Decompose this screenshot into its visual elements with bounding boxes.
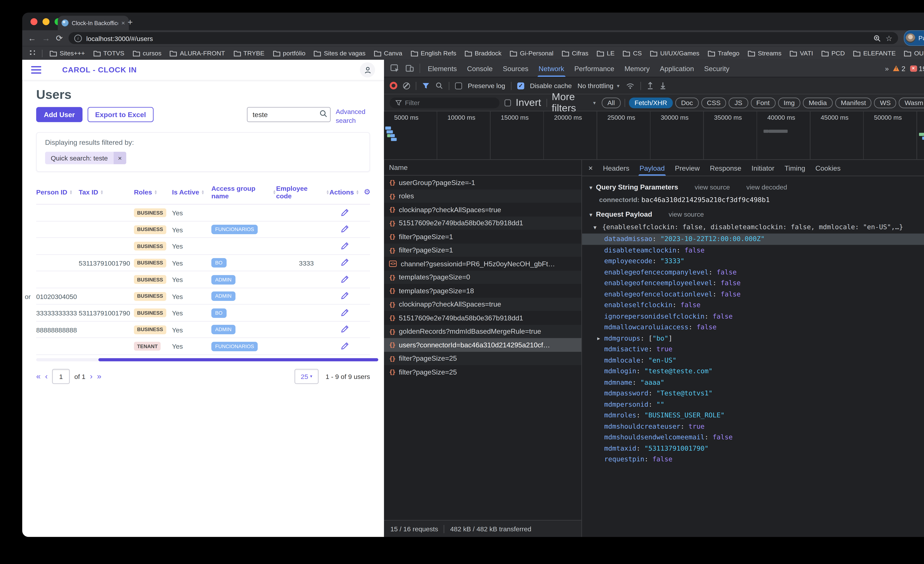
tab-close-icon[interactable]: × bbox=[122, 19, 125, 26]
table-row[interactable]: BUSINESSYes bbox=[36, 238, 370, 255]
browser-tab[interactable]: Clock-In Backoffice | Dashbo × bbox=[58, 16, 129, 30]
account-button[interactable] bbox=[360, 62, 375, 77]
payload-entry[interactable]: enablegeofenceemployeelevel: false bbox=[582, 278, 924, 289]
request-type-chip-wasm[interactable]: Wasm bbox=[899, 97, 924, 108]
export-excel-button[interactable]: Export to Excel bbox=[88, 107, 154, 122]
search-input[interactable] bbox=[247, 107, 331, 122]
payload-entry[interactable]: mdmpassword: "Teste@totvs1" bbox=[582, 388, 924, 399]
next-page-button[interactable]: › bbox=[90, 372, 92, 380]
filter-chip-close-icon[interactable]: × bbox=[114, 152, 126, 165]
table-settings-gear-icon[interactable]: ⚙ bbox=[364, 188, 370, 196]
filter-funnel-icon[interactable] bbox=[422, 82, 430, 89]
bookmark-item[interactable]: TOTVS bbox=[93, 50, 124, 57]
request-row[interactable]: {}filter?pageSize=1 bbox=[384, 230, 581, 243]
collapse-icon[interactable]: ▼ bbox=[588, 185, 593, 191]
request-type-chip-css[interactable]: CSS bbox=[701, 97, 726, 108]
edit-pencil-icon[interactable] bbox=[329, 308, 349, 316]
new-tab-button[interactable]: + bbox=[128, 18, 133, 26]
table-row[interactable]: or01020304050BUSINESSYesADMIN bbox=[36, 288, 370, 305]
minimize-window-button[interactable] bbox=[42, 18, 50, 25]
bookmark-item[interactable]: portfólio bbox=[273, 50, 306, 57]
request-row[interactable]: {}51517609e2e749bda58b0e367b918dd1 bbox=[384, 216, 581, 230]
network-overview-timeline[interactable]: 5000 ms10000 ms15000 ms20000 ms25000 ms3… bbox=[384, 111, 924, 160]
invert-checkbox[interactable] bbox=[505, 99, 511, 106]
request-row[interactable]: {}roles bbox=[384, 189, 581, 203]
detail-tab-initiator[interactable]: Initiator bbox=[746, 160, 780, 176]
bookmark-item[interactable]: Trafego bbox=[708, 50, 740, 57]
bookmark-item[interactable]: English Refs bbox=[411, 50, 456, 57]
request-type-chip-manifest[interactable]: Manifest bbox=[835, 97, 872, 108]
payload-entry[interactable]: enableselfclockin: false bbox=[582, 299, 924, 311]
detail-tab-headers[interactable]: Headers bbox=[598, 160, 634, 176]
address-bar[interactable]: i localhost:3000/#/users ☆ bbox=[69, 32, 898, 44]
back-icon[interactable]: ← bbox=[28, 34, 36, 42]
export-har-icon[interactable] bbox=[660, 82, 667, 90]
bookmark-item[interactable]: Gi-Personal bbox=[510, 50, 553, 57]
page-size-select[interactable]: 25 ▾ bbox=[294, 369, 319, 384]
first-page-button[interactable]: « bbox=[36, 372, 40, 380]
site-info-icon[interactable]: i bbox=[74, 34, 82, 42]
advanced-search-link[interactable]: Advanced search bbox=[336, 107, 370, 125]
view-decoded-link[interactable]: view decoded bbox=[746, 183, 787, 191]
warnings-indicator[interactable]: 2 bbox=[893, 64, 905, 72]
disable-cache-checkbox[interactable]: ✓ bbox=[517, 82, 524, 89]
edit-pencil-icon[interactable] bbox=[329, 341, 349, 350]
request-row[interactable]: {}userGroup?pageSize=-1 bbox=[384, 176, 581, 189]
bookmark-item[interactable]: VATI bbox=[790, 50, 813, 57]
request-row[interactable]: {}templates?pageSize=18 bbox=[384, 284, 581, 297]
column-header-actions[interactable]: Actions▲▼ bbox=[329, 188, 363, 196]
payload-entry[interactable]: disableteamclockin: false bbox=[582, 244, 924, 256]
table-row[interactable]: BUSINESSYes bbox=[36, 205, 370, 221]
record-network-log-icon[interactable] bbox=[390, 82, 398, 90]
search-icon[interactable] bbox=[320, 109, 328, 118]
request-type-chip-img[interactable]: Img bbox=[778, 97, 800, 108]
bookmark-item[interactable]: cursos bbox=[133, 50, 162, 57]
table-row[interactable]: 88888888888BUSINESSYesADMIN bbox=[36, 322, 370, 338]
payload-entry[interactable]: ▶mdmgroups: ["bo"] bbox=[582, 333, 924, 344]
horizontal-scrollbar-thumb[interactable] bbox=[98, 358, 378, 361]
column-header-tax-id[interactable]: Tax ID▲▼ bbox=[79, 188, 134, 196]
reload-icon[interactable]: ⟳ bbox=[56, 34, 63, 42]
add-user-button[interactable]: Add User bbox=[36, 107, 82, 122]
inspect-element-icon[interactable] bbox=[387, 60, 402, 77]
table-row[interactable]: TENANTYesFUNCIONARIOS bbox=[36, 338, 370, 355]
table-row[interactable]: 3333333333353113791001790BUSINESSYesBO bbox=[36, 305, 370, 322]
request-type-chip-font[interactable]: Font bbox=[751, 97, 776, 108]
bookmark-item[interactable]: Sites de vagas bbox=[314, 50, 365, 57]
more-panels-icon[interactable]: » bbox=[885, 64, 889, 72]
payload-entry[interactable]: mdmname: "aaaa" bbox=[582, 377, 924, 388]
payload-entry[interactable]: ignorepersonidselfclockin: false bbox=[582, 311, 924, 322]
devtools-tab-console[interactable]: Console bbox=[462, 60, 498, 77]
clear-network-log-icon[interactable] bbox=[403, 82, 410, 89]
profile-paused-badge[interactable]: Paused bbox=[904, 30, 924, 46]
edit-pencil-icon[interactable] bbox=[329, 292, 349, 299]
bookmark-item[interactable]: ELEFANTE bbox=[853, 50, 896, 57]
expand-icon[interactable]: ▶ bbox=[597, 333, 600, 343]
bookmark-item[interactable]: LE bbox=[597, 50, 615, 57]
bookmark-item[interactable]: Canva bbox=[374, 50, 402, 57]
request-row[interactable]: {}filter?pageSize=25 bbox=[384, 365, 581, 378]
request-type-chip-all[interactable]: All bbox=[602, 97, 621, 108]
payload-entry[interactable]: mdmlocale: "en-US" bbox=[582, 355, 924, 366]
payload-entry[interactable]: mdmpersonid: "" bbox=[582, 399, 924, 410]
devtools-tab-memory[interactable]: Memory bbox=[620, 60, 655, 77]
more-filters-select[interactable]: More filters ▼ bbox=[552, 91, 597, 114]
devtools-tab-performance[interactable]: Performance bbox=[569, 60, 619, 77]
edit-pencil-icon[interactable] bbox=[329, 275, 349, 283]
payload-entry[interactable]: mdmshouldsendwelcomeemail: false bbox=[582, 432, 924, 443]
payload-entry[interactable]: requestpin: false bbox=[582, 454, 924, 465]
table-row[interactable]: BUSINESSYesADMIN bbox=[36, 271, 370, 288]
bookmark-star-icon[interactable]: ☆ bbox=[885, 34, 892, 42]
payload-entry[interactable]: dataadmissao: "2023-10-22T12:00:00.000Z" bbox=[582, 233, 924, 245]
payload-entry[interactable]: mdmallowcaroluiaccess: false bbox=[582, 322, 924, 333]
last-page-button[interactable]: » bbox=[97, 372, 102, 380]
payload-entry[interactable]: mdmisactive: true bbox=[582, 344, 924, 355]
import-har-icon[interactable] bbox=[647, 82, 654, 90]
preserve-log-checkbox[interactable] bbox=[455, 82, 462, 89]
payload-entry[interactable]: mdmshouldcreateuser: true bbox=[582, 421, 924, 432]
request-row[interactable]: {}templates?pageSize=0 bbox=[384, 270, 581, 284]
detail-tab-timing[interactable]: Timing bbox=[780, 160, 810, 176]
issues-indicator[interactable]: × 19 bbox=[910, 64, 924, 72]
column-header-person-id[interactable]: Person ID▲▼ bbox=[36, 188, 79, 196]
column-header-roles[interactable]: Roles▲▼ bbox=[134, 188, 172, 196]
